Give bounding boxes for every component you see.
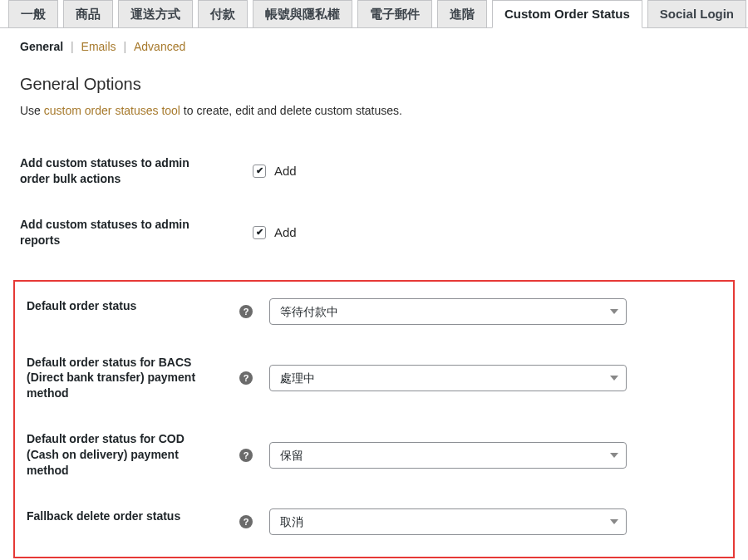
- checkbox-bulk-actions[interactable]: Add: [253, 164, 731, 178]
- status-options-table: Default order status ? 等待付款中 Default ord…: [15, 283, 733, 550]
- tab-custom-order-status[interactable]: Custom Order Status: [492, 0, 642, 28]
- label-bulk-actions: Add custom statuses to admin order bulk …: [8, 140, 224, 202]
- help-icon[interactable]: ?: [239, 449, 253, 462]
- row-bulk-actions: Add custom statuses to admin order bulk …: [8, 140, 740, 202]
- chevron-down-icon: [603, 366, 626, 391]
- chevron-down-icon: [603, 509, 626, 534]
- row-fallback: Fallback delete order status ? 取消: [15, 494, 733, 550]
- help-icon[interactable]: ?: [239, 305, 253, 318]
- label-default-status: Default order status: [15, 283, 231, 340]
- section-title: General Options: [20, 75, 728, 94]
- row-default-cod: Default order status for COD (Cash on de…: [15, 416, 733, 494]
- row-default-status: Default order status ? 等待付款中: [15, 283, 733, 340]
- highlighted-section: Default order status ? 等待付款中 Default ord…: [13, 280, 735, 558]
- options-table: Add custom statuses to admin order bulk …: [8, 140, 740, 263]
- subnav-general[interactable]: General: [20, 40, 67, 53]
- help-icon[interactable]: ?: [239, 515, 253, 528]
- help-icon[interactable]: ?: [239, 371, 253, 385]
- select-default-bacs-value: 處理中: [280, 371, 315, 385]
- subnav-emails[interactable]: Emails: [77, 40, 121, 53]
- tab-payments[interactable]: 付款: [198, 0, 248, 28]
- check-icon: [253, 226, 266, 239]
- select-default-bacs[interactable]: 處理中: [269, 365, 627, 391]
- select-default-cod-value: 保留: [280, 449, 303, 462]
- checkbox-reports-label: Add: [274, 225, 297, 239]
- label-default-cod: Default order status for COD (Cash on de…: [15, 416, 231, 494]
- select-fallback-value: 取消: [280, 515, 303, 528]
- tab-emails[interactable]: 電子郵件: [357, 0, 432, 28]
- chevron-down-icon: [603, 299, 626, 324]
- select-fallback[interactable]: 取消: [269, 508, 627, 535]
- chevron-down-icon: [603, 443, 626, 468]
- checkbox-reports[interactable]: Add: [253, 225, 731, 239]
- row-reports: Add custom statuses to admin reports Add: [8, 202, 740, 263]
- intro-link[interactable]: custom order statuses tool: [44, 104, 180, 117]
- select-default-status-value: 等待付款中: [280, 305, 338, 318]
- tab-products[interactable]: 商品: [63, 0, 113, 28]
- tab-general[interactable]: 一般: [8, 0, 58, 28]
- checkbox-bulk-actions-label: Add: [274, 164, 297, 178]
- select-default-status[interactable]: 等待付款中: [269, 298, 627, 325]
- tab-accounts-privacy[interactable]: 帳號與隱私權: [253, 0, 352, 28]
- tab-shipping[interactable]: 運送方式: [118, 0, 193, 28]
- row-default-bacs: Default order status for BACS (Direct ba…: [15, 340, 733, 417]
- label-reports: Add custom statuses to admin reports: [8, 202, 224, 263]
- settings-tabs: 一般 商品 運送方式 付款 帳號與隱私權 電子郵件 進階 Custom Orde…: [0, 0, 748, 28]
- check-icon: [253, 165, 266, 178]
- intro-text: Use custom order statuses tool to create…: [20, 104, 728, 117]
- label-default-bacs: Default order status for BACS (Direct ba…: [15, 340, 231, 417]
- tab-social-login[interactable]: Social Login: [647, 0, 746, 28]
- sub-nav: General | Emails | Advanced: [8, 28, 740, 58]
- subnav-advanced[interactable]: Advanced: [130, 40, 189, 53]
- tab-advanced[interactable]: 進階: [437, 0, 487, 28]
- select-default-cod[interactable]: 保留: [269, 442, 627, 469]
- label-fallback: Fallback delete order status: [15, 494, 231, 550]
